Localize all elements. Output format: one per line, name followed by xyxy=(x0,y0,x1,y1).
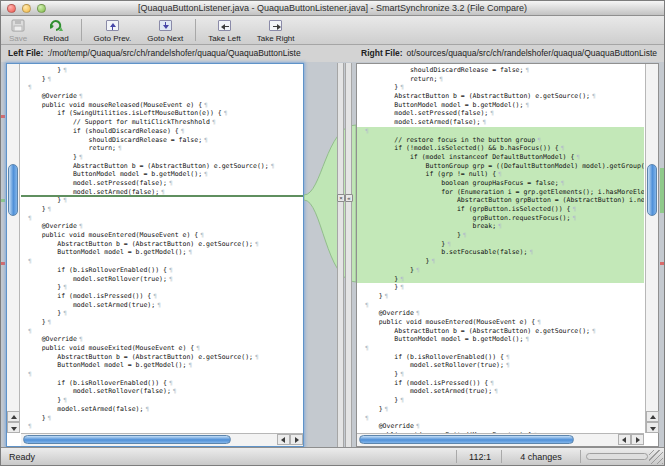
code-line: }¶ xyxy=(357,266,644,275)
scroll-right-button[interactable] xyxy=(631,434,644,445)
code-line: if (model.isPressed()) {¶ xyxy=(363,379,644,388)
file-header: Left File::/mot/temp/Quaqua/src/ch/rande… xyxy=(1,45,664,62)
code-line: public void mouseEntered(MouseEvent e) {… xyxy=(363,318,644,327)
paragraph-mark-icon: ¶ xyxy=(181,127,185,134)
code-line: if (grpButton.isSelected()) {¶ xyxy=(357,205,644,214)
paragraph-mark-icon: ¶ xyxy=(416,266,420,273)
code-line: ¶ xyxy=(363,414,644,423)
reject-change-button[interactable]: × xyxy=(337,194,345,202)
zoom-button[interactable] xyxy=(37,4,46,13)
paragraph-mark-icon: ¶ xyxy=(592,327,596,334)
code-line: ¶ xyxy=(26,257,303,266)
right-vertical-scrollbar-thumb[interactable] xyxy=(647,164,657,216)
code-line: }¶ xyxy=(26,396,303,405)
code-line: @Override¶ xyxy=(26,335,303,344)
progress-track xyxy=(586,453,648,460)
code-line: model.setPressed(false);¶ xyxy=(26,179,303,188)
take-left-button[interactable]: Take Left xyxy=(200,16,248,44)
code-line: // restore focus in the button group¶ xyxy=(357,136,644,145)
code-line: ¶ xyxy=(363,344,644,353)
code-line: }¶ xyxy=(26,75,303,84)
code-line: public void mouseEntered(MouseEvent e) {… xyxy=(26,231,303,240)
code-line: model.setPressed(false);¶ xyxy=(363,109,644,118)
code-line: ¶ xyxy=(26,370,303,379)
code-line: AbstractButton b = (AbstractButton) e.ge… xyxy=(363,92,644,101)
code-line: ¶ xyxy=(26,422,303,431)
app-window: [QuaquaButtonListener.java - QuaquaButto… xyxy=(0,0,665,466)
goto-next-button[interactable]: Goto Next xyxy=(139,16,191,44)
save-button[interactable]: Save xyxy=(1,16,35,44)
scroll-down-button[interactable] xyxy=(646,422,659,433)
right-file-path: ot/sources/quaqua/src/ch/randelshofer/qu… xyxy=(407,48,657,58)
goto-prev-button[interactable]: Goto Prev. xyxy=(86,16,140,44)
left-vertical-scrollbar-thumb[interactable] xyxy=(8,164,18,216)
code-line: model.setRollover(true);¶ xyxy=(363,361,644,370)
minimize-button[interactable] xyxy=(22,4,31,13)
code-line: if (model instanceof DefaultButtonModel)… xyxy=(357,153,644,162)
title-bar[interactable]: [QuaquaButtonListener.java - QuaquaButto… xyxy=(1,1,664,16)
code-line: boolean groupHasFocus = false;¶ xyxy=(357,179,644,188)
paragraph-mark-icon: ¶ xyxy=(255,240,259,247)
scroll-left-button[interactable] xyxy=(277,434,290,445)
right-code-editor[interactable]: shouldDiscardRelease = false;¶ return;¶ … xyxy=(357,64,644,433)
take-right-button[interactable]: Take Right xyxy=(249,16,303,44)
paragraph-mark-icon: ¶ xyxy=(212,118,216,125)
take-change-left-button[interactable]: « xyxy=(345,194,353,202)
code-line: AbstractButton b = (AbstractButton) e.ge… xyxy=(26,162,303,171)
left-horizontal-scrollbar-thumb[interactable] xyxy=(23,435,231,444)
overview-mark-red xyxy=(1,115,5,118)
right-file-label: Right File: xyxy=(361,48,403,58)
overview-mark-green xyxy=(660,168,665,213)
reload-button[interactable]: Reload xyxy=(35,16,76,44)
paragraph-mark-icon: ¶ xyxy=(400,275,404,282)
paragraph-mark-icon: ¶ xyxy=(63,283,67,290)
paragraph-mark-icon: ¶ xyxy=(153,292,157,299)
scroll-up-button[interactable] xyxy=(646,411,659,422)
code-line: public void mouseExited(MouseEvent e) {¶ xyxy=(26,344,303,353)
code-line: }¶ xyxy=(363,396,644,405)
paragraph-mark-icon: ¶ xyxy=(63,196,67,203)
left-code-editor[interactable]: }¶ }¶¶ @Override¶ public void mouseRelea… xyxy=(21,64,303,433)
code-line: // Support for multiClickThreshhold¶ xyxy=(26,118,303,127)
scroll-down-button[interactable] xyxy=(7,422,20,433)
paragraph-mark-icon: ¶ xyxy=(255,353,259,360)
gutter-strip xyxy=(337,63,344,447)
window-title: [QuaquaButtonListener.java - QuaquaButto… xyxy=(51,3,614,13)
paragraph-mark-icon: ¶ xyxy=(48,414,52,421)
code-line: model.setRollover(false);¶ xyxy=(26,387,303,396)
left-horizontal-scrollbar[interactable] xyxy=(21,433,303,446)
scroll-up-button[interactable] xyxy=(7,411,20,422)
paragraph-mark-icon: ¶ xyxy=(79,92,83,99)
resize-grip[interactable] xyxy=(649,450,663,464)
code-line: }¶ xyxy=(363,405,644,414)
paragraph-mark-icon: ¶ xyxy=(63,309,67,316)
right-horizontal-scrollbar[interactable] xyxy=(357,433,644,446)
overview-mark-red xyxy=(1,262,5,265)
code-line: @Override¶ xyxy=(26,92,303,101)
code-line: ButtonModel model = b.getModel();¶ xyxy=(26,248,303,257)
right-horizontal-scrollbar-thumb[interactable] xyxy=(359,435,574,444)
right-file-pane: shouldDiscardRelease = false;¶ return;¶ … xyxy=(356,63,659,447)
paragraph-mark-icon: ¶ xyxy=(169,179,173,186)
diff-main-area: }¶ }¶¶ @Override¶ public void mouseRelea… xyxy=(1,62,664,448)
paragraph-mark-icon: ¶ xyxy=(490,379,494,386)
take-right-icon xyxy=(268,18,284,33)
paragraph-mark-icon: ¶ xyxy=(561,179,565,186)
code-line: for (Enumeration i = grp.getElements(); … xyxy=(357,188,644,197)
paragraph-mark-icon: ¶ xyxy=(482,118,486,125)
right-vertical-scrollbar[interactable] xyxy=(645,64,658,433)
paragraph-mark-icon: ¶ xyxy=(537,318,541,325)
paragraph-mark-icon: ¶ xyxy=(463,231,467,238)
code-line: b.setFocusable(false);¶ xyxy=(357,248,644,257)
scroll-left-button[interactable] xyxy=(618,434,631,445)
scroll-right-button[interactable] xyxy=(290,434,303,445)
code-line: break;¶ xyxy=(357,222,644,231)
paragraph-mark-icon: ¶ xyxy=(498,222,502,229)
left-vertical-scrollbar[interactable] xyxy=(7,64,20,433)
paragraph-mark-icon: ¶ xyxy=(196,344,200,351)
paragraph-mark-icon: ¶ xyxy=(576,153,580,160)
close-button[interactable] xyxy=(7,4,16,13)
paragraph-mark-icon: ¶ xyxy=(498,170,502,177)
code-line: shouldDiscardRelease = false;¶ xyxy=(363,66,644,75)
code-line: return;¶ xyxy=(363,75,644,84)
